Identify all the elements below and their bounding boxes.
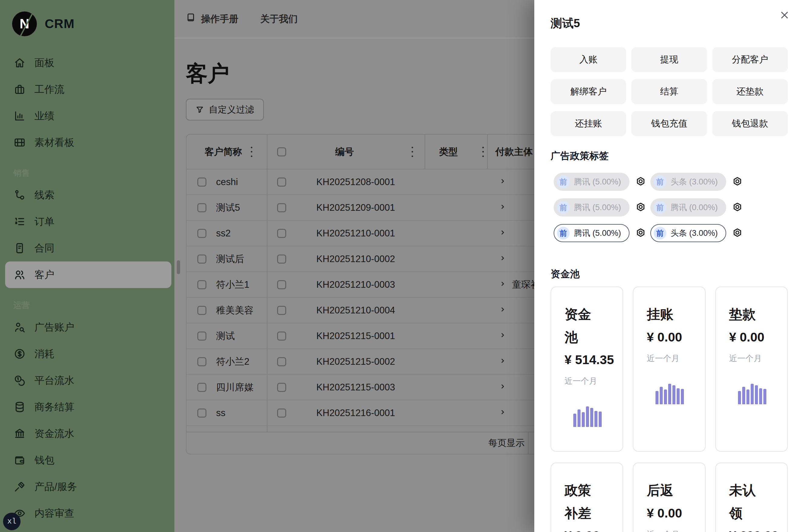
column-menu-icon[interactable] [482, 147, 485, 157]
drawer-action-button[interactable]: 分配客户 [712, 47, 788, 72]
row-checkbox[interactable] [277, 254, 286, 264]
expand-chevron-icon[interactable] [499, 228, 506, 239]
close-icon[interactable] [778, 8, 791, 22]
column-menu-icon[interactable] [250, 147, 253, 157]
sidebar-item-platform-flow[interactable]: 平台流水 [5, 367, 171, 394]
spark-bar [672, 385, 675, 404]
user-search-icon [13, 321, 26, 334]
customer-detail-drawer: 测试5 入账提现分配客户解绑客户结算还垫款还挂账钱包充值钱包退款 广告政策标签 … [534, 0, 796, 532]
expand-chevron-icon[interactable] [499, 407, 506, 418]
row-checkbox[interactable] [197, 229, 206, 238]
sidebar-item-workflow[interactable]: 工作流 [5, 76, 171, 103]
expand-chevron-icon[interactable] [499, 305, 506, 316]
settings-icon[interactable] [731, 227, 743, 239]
spark-bar [590, 408, 593, 427]
policy-tag-cell: 前 腾讯 (5.00%) [554, 198, 650, 216]
fund-card-period: 近一个月 [729, 353, 781, 364]
expand-chevron-icon[interactable] [499, 254, 506, 265]
sidebar-item-consumption[interactable]: 消耗 [5, 341, 171, 367]
spark-bar [573, 414, 576, 427]
expand-chevron-icon[interactable] [499, 382, 506, 393]
scrollbar-handle[interactable] [177, 260, 180, 274]
settings-icon[interactable] [635, 176, 646, 188]
drawer-action-button[interactable]: 还挂账 [550, 111, 626, 136]
column-label: 类型 [439, 146, 458, 158]
settings-icon[interactable] [635, 227, 646, 239]
sidebar-item-business-settlement[interactable]: 商务结算 [5, 394, 171, 420]
expand-chevron-icon[interactable] [499, 202, 506, 213]
sidebar-item-ad-accounts[interactable]: 广告账户 [5, 314, 171, 341]
manual-label: 操作手册 [201, 13, 238, 25]
sidebar-item-content-review[interactable]: 内容审查 [5, 500, 171, 527]
policy-tag-pill[interactable]: 前 腾讯 (5.00%) [554, 198, 630, 216]
about-link[interactable]: 关于我们 [260, 13, 298, 25]
customer-name: 稚美美容 [216, 304, 254, 317]
row-checkbox[interactable] [197, 408, 206, 418]
policy-tag-pill[interactable]: 前 腾讯 (5.00%) [554, 173, 630, 191]
cell-number: KH20251216-0001 [268, 400, 425, 425]
row-checkbox[interactable] [197, 177, 206, 187]
bank-icon [13, 427, 26, 440]
policy-tag-pill[interactable]: 前 腾讯 (0.00%) [650, 198, 726, 216]
row-checkbox[interactable] [277, 229, 286, 238]
film-icon [13, 136, 26, 149]
drawer-action-button[interactable]: 入账 [550, 47, 626, 72]
row-checkbox[interactable] [277, 203, 286, 212]
drawer-action-button[interactable]: 钱包充值 [631, 111, 707, 136]
row-checkbox[interactable] [277, 177, 286, 187]
policy-tag-pill[interactable]: 前 头条 (3.00%) [650, 173, 726, 191]
row-checkbox[interactable] [277, 280, 286, 289]
row-checkbox[interactable] [277, 357, 286, 366]
row-checkbox[interactable] [277, 306, 286, 315]
row-checkbox[interactable] [277, 408, 286, 418]
user-badge[interactable]: xl [3, 513, 21, 530]
spark-bar-chart [564, 406, 616, 427]
sidebar-item-leads[interactable]: 线索 [5, 182, 171, 208]
sidebar-item-customers[interactable]: 客户 [5, 262, 171, 288]
column-header-number[interactable]: 编号 [268, 135, 425, 169]
users-icon [13, 268, 26, 281]
row-checkbox[interactable] [197, 280, 206, 289]
policy-tag-pill[interactable]: 前 头条 (3.00%) [650, 224, 726, 242]
sidebar-item-dashboard[interactable]: 面板 [5, 50, 171, 76]
spark-bar [746, 390, 749, 404]
tag-prefix-badge: 前 [654, 201, 666, 214]
row-checkbox[interactable] [197, 203, 206, 212]
column-menu-icon[interactable] [411, 147, 414, 157]
customer-number: KH20251210-0002 [286, 254, 425, 265]
drawer-action-button[interactable]: 提现 [631, 47, 707, 72]
row-checkbox[interactable] [197, 331, 206, 341]
sidebar-item-label: 资金流水 [34, 427, 74, 440]
expand-chevron-icon[interactable] [499, 356, 506, 367]
sidebar-item-products[interactable]: 产品/服务 [5, 473, 171, 500]
drawer-action-button[interactable]: 解绑客户 [550, 79, 626, 104]
drawer-action-button[interactable]: 结算 [631, 79, 707, 104]
sidebar-item-contracts[interactable]: 合同 [5, 235, 171, 262]
row-checkbox[interactable] [197, 357, 206, 366]
sidebar-item-capital-flow[interactable]: 资金流水 [5, 420, 171, 447]
settings-icon[interactable] [635, 202, 646, 213]
row-checkbox[interactable] [197, 383, 206, 392]
sidebar-item-material-board[interactable]: 素材看板 [5, 129, 171, 156]
select-all-checkbox[interactable] [277, 147, 286, 156]
row-checkbox[interactable] [277, 383, 286, 392]
row-checkbox[interactable] [197, 306, 206, 315]
drawer-action-button[interactable]: 还垫款 [712, 79, 788, 104]
column-header-type[interactable]: 类型 [425, 135, 488, 169]
drawer-action-button[interactable]: 钱包退款 [712, 111, 788, 136]
policy-tag-pill[interactable]: 前 腾讯 (5.00%) [554, 224, 630, 242]
settings-icon[interactable] [731, 202, 743, 213]
custom-filter-button[interactable]: 自定义过滤 [186, 99, 264, 120]
expand-chevron-icon[interactable] [499, 330, 506, 341]
row-checkbox[interactable] [197, 254, 206, 264]
sidebar-item-wallet[interactable]: 钱包 [5, 447, 171, 473]
column-header-name[interactable]: 客户简称 [186, 135, 268, 169]
expand-chevron-icon[interactable] [499, 279, 506, 290]
sidebar-item-performance[interactable]: 业绩 [5, 103, 171, 129]
tag-prefix-badge: 前 [557, 227, 569, 240]
settings-icon[interactable] [731, 176, 743, 188]
manual-link[interactable]: 操作手册 [186, 13, 238, 25]
sidebar-item-orders[interactable]: 订单 [5, 208, 171, 235]
expand-chevron-icon[interactable] [499, 177, 506, 188]
row-checkbox[interactable] [277, 331, 286, 341]
